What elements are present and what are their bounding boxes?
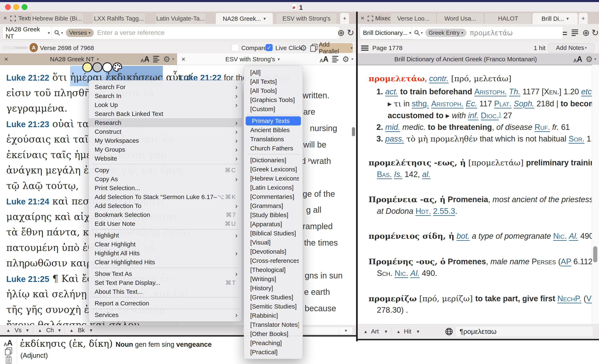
menu-item-preaching[interactable]: [Preaching] <box>244 339 303 347</box>
menu-item-look-up[interactable]: Look Up› <box>89 100 242 109</box>
text-link[interactable]: inf. <box>468 111 479 120</box>
menu-item-custom[interactable]: [Custom] <box>244 104 303 114</box>
verse-down-icon[interactable]: ▼ <box>25 328 29 333</box>
menu-item-my-groups[interactable]: My Groups› <box>89 145 242 154</box>
tab-brill-dictionary[interactable]: Brill Di...▾ <box>532 13 578 25</box>
text-link[interactable]: Ruf. <box>535 123 550 132</box>
menu-item-grammars[interactable]: [Grammars] <box>244 201 303 211</box>
menu-item-clear-highlight[interactable]: Clear Highlight <box>89 240 242 249</box>
text-link[interactable]: Aristoph. <box>475 87 507 96</box>
text-link[interactable]: Vett. <box>586 294 592 303</box>
text-link[interactable]: Al. <box>569 232 578 240</box>
esv-scrollbar-thumb[interactable] <box>352 127 355 136</box>
clipboard-icon[interactable] <box>6 356 12 364</box>
highlight-white-swatch[interactable] <box>102 62 112 72</box>
menu-item-research[interactable]: Research› <box>89 118 242 127</box>
font-size-icon[interactable]: AA <box>4 339 12 347</box>
menu-item-hebrew-lexicons[interactable]: [Hebrew Lexicons] <box>244 174 303 183</box>
menu-item-theological[interactable]: [Theological] <box>244 265 303 274</box>
menu-item-translations[interactable]: Translations <box>244 135 303 144</box>
menu-item-greek-studies[interactable]: [Greek Studies] <box>244 293 303 302</box>
menu-item-edit-user-note[interactable]: Edit User Note⌘U <box>89 219 242 228</box>
text-link[interactable]: Aristoph. <box>431 99 463 108</box>
sync-icon[interactable]: ↻ <box>591 28 599 38</box>
menu-item-study-bibles[interactable]: [Study Bibles] <box>244 211 303 220</box>
text-link[interactable]: sthg. <box>412 99 429 108</box>
text-link[interactable]: contr. <box>429 74 449 83</box>
menu-item-copy-as[interactable]: Copy As› <box>89 175 242 183</box>
text-link[interactable]: NechP. <box>557 294 581 303</box>
menu-item-graphics-tools[interactable]: [Graphics Tools] <box>244 95 303 104</box>
text-link[interactable]: Hdt. <box>415 207 431 215</box>
menu-item-my-workspaces[interactable]: My Workspaces› <box>89 136 242 145</box>
text-link[interactable]: Ec. <box>466 99 477 108</box>
menu-item-all[interactable]: [All] <box>244 68 303 77</box>
menu-item-add-selection-to[interactable]: Add Selection To› <box>89 201 242 210</box>
menu-item-commentaries[interactable]: [Commentaries] <box>244 192 303 201</box>
article-down-icon[interactable]: ▼ <box>384 329 388 334</box>
menu-item-set-text-pane-display[interactable]: Set Text Pane Display...⌘T <box>89 278 242 287</box>
chapter-up-icon[interactable]: ▲ <box>38 328 42 333</box>
dictionary-scrollbar[interactable] <box>592 65 599 324</box>
menu-item-cross-references[interactable]: [Cross-references] <box>244 256 303 265</box>
verse-up-icon[interactable]: ▲ <box>6 328 10 333</box>
menu-item-search-back-linked-text[interactable]: Search Back Linked Text <box>89 109 242 118</box>
globe-icon[interactable] <box>445 328 453 336</box>
menu-item-construct[interactable]: Construct› <box>89 127 242 136</box>
menu-item-history[interactable]: [History] <box>244 284 303 293</box>
chapter-down-icon[interactable]: ▼ <box>57 328 62 333</box>
menu-item-primary-texts[interactable]: Primary Texts <box>246 116 301 126</box>
article-up-icon[interactable]: ▲ <box>364 329 368 334</box>
menu-item-devotionals[interactable]: [Devotionals] <box>244 247 303 256</box>
menu-item-print-selection[interactable]: Print Selection... <box>89 183 242 192</box>
text-link[interactable]: Bas. <box>377 170 392 179</box>
text-link[interactable]: Al. <box>410 269 420 278</box>
menu-item-about-this-text[interactable]: About This Text... <box>89 287 242 296</box>
menu-item-ancient-bibles[interactable]: Ancient Bibles <box>244 126 303 135</box>
menu-item-report-a-correction[interactable]: Report a Correction <box>89 299 242 308</box>
hit-up-icon[interactable]: ▲ <box>396 329 401 334</box>
highlight-yellow-swatch[interactable] <box>82 62 92 72</box>
dictionary-scrollbar-thumb[interactable] <box>593 246 597 262</box>
text-link[interactable]: Sor. <box>569 135 584 143</box>
text-link[interactable]: pass. <box>385 135 404 143</box>
text-link[interactable]: bot. <box>457 232 470 240</box>
text-link[interactable]: 2.55.3 <box>433 207 455 215</box>
menu-item-highlight[interactable]: Highlight› <box>89 231 242 240</box>
menu-item-latin-lexicons[interactable]: [Latin Lexicons] <box>244 183 303 192</box>
menu-item-practical[interactable]: [Practical] <box>244 347 303 357</box>
tab-na28-greek[interactable]: NA28 Greek...▾ <box>215 13 273 25</box>
menu-item-greek-lexicons[interactable]: [Greek Lexicons] <box>244 165 303 174</box>
menu-item-search-in[interactable]: Search In› <box>89 91 242 100</box>
menu-item-rabbinic[interactable]: [Rabbinic] <box>244 311 303 320</box>
menu-item-apparatus[interactable]: [Apparatus] <box>244 220 303 229</box>
highlight-gray-swatch[interactable] <box>92 62 102 72</box>
menu-item-search-for[interactable]: Search For› <box>89 83 242 91</box>
menu-item-add-selection-to-stack-sermon-luke-6-17-26[interactable]: Add Selection To Stack “Sermon Luke 6.17… <box>89 192 242 201</box>
entry-reference-field[interactable]: ¶ρομελεταω <box>456 327 593 336</box>
text-link[interactable]: Plat. <box>494 99 511 108</box>
text-link[interactable]: act. <box>385 87 398 96</box>
menu-item-translator-notes[interactable]: [Translator Notes] <box>244 320 303 329</box>
book-up-icon[interactable]: ▲ <box>70 328 74 333</box>
hit-down-icon[interactable]: ▼ <box>416 329 420 334</box>
text-link[interactable]: al. <box>422 170 431 179</box>
pages-icon[interactable] <box>5 347 12 355</box>
text-link[interactable]: mid. <box>385 123 400 132</box>
text-link[interactable]: 1 <box>499 111 501 116</box>
menu-item-bookmark-selection[interactable]: Bookmark Selection⌘7 <box>89 210 242 219</box>
menu-item-church-fathers[interactable]: Church Fathers <box>244 144 303 153</box>
text-link[interactable]: Th. <box>509 87 520 96</box>
menu-item-biblical-studies[interactable]: [Biblical Studies] <box>244 229 303 238</box>
menu-item-dictionaries[interactable]: [Dictionaries] <box>244 156 303 165</box>
menu-item-copy[interactable]: Copy⌘C <box>89 166 242 175</box>
menu-item-semitic-studies[interactable]: [Semitic Studies] <box>244 302 303 311</box>
menu-item-other-books[interactable]: [Other Books] <box>244 329 303 339</box>
esv-reference-dropdown[interactable]: ▾ <box>339 327 353 334</box>
menu-item-show-text-as[interactable]: Show Text As› <box>89 269 242 278</box>
book-down-icon[interactable]: ▼ <box>89 328 93 333</box>
window-split-divider[interactable] <box>356 12 358 341</box>
menu-item-all-tools[interactable]: [All Tools] <box>244 86 303 95</box>
palette-icon[interactable] <box>112 62 122 72</box>
menu-item-all-texts[interactable]: [All Texts] <box>244 77 303 86</box>
